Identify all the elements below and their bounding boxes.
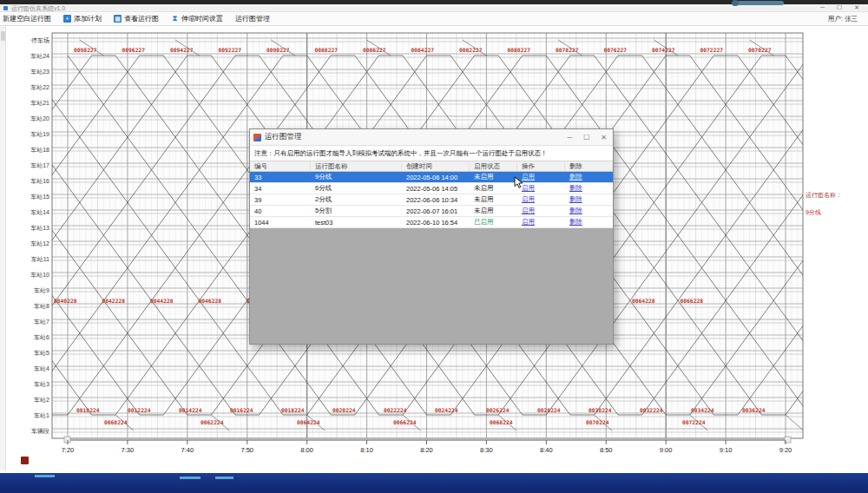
table-row-39[interactable]: 392分线2022-06-06 10:34未启用启用删除 xyxy=(250,194,613,206)
time-tick-label: 9:20 xyxy=(779,446,792,454)
station-label-15: 车站11 xyxy=(31,256,49,263)
train-number-label: 0096227 xyxy=(122,47,146,53)
train-number-label: 0066228 xyxy=(681,298,704,304)
enable-link: 启用 xyxy=(517,195,565,204)
delete-link[interactable]: 删除 xyxy=(569,195,582,203)
train-number-label: 0066224 xyxy=(393,419,417,425)
table-header-cell: 运行图名称 xyxy=(311,162,402,171)
dialog-notice: 注意：只有启用的运行图才能导入到模拟考试端的系统中，并且一次只能有一个运行图处于… xyxy=(250,146,613,161)
toolbar-item-5[interactable]: 运行图管理 xyxy=(235,14,270,23)
table-row-34[interactable]: 346分线2022-05-06 14:05未启用启用删除 xyxy=(250,183,613,194)
cell-status: 未启用 xyxy=(470,184,517,193)
cell-status: 未启用 xyxy=(470,207,517,215)
app-window: 运行图仿真系统v1.0 ─ ☐ ✕ 新建空白运行图+添加计划▦查看运行图⧗伸缩时… xyxy=(0,0,868,493)
toolbar-item-3[interactable]: ▦查看运行图 xyxy=(114,14,159,23)
train-number-label: 0026224 xyxy=(486,407,510,413)
station-label-22: 车站4 xyxy=(34,365,49,372)
station-label-6: 车站20 xyxy=(30,115,49,122)
train-number-label: 0094227 xyxy=(170,47,194,53)
table-row-1044[interactable]: 1044test032022-06-10 16:54已启用启用删除 xyxy=(250,217,613,228)
table-header-cell: 操作 xyxy=(517,162,565,171)
left-scrollbar[interactable] xyxy=(0,26,6,470)
enable-link[interactable]: 启用 xyxy=(522,218,535,226)
cell-created: 2022-05-06 14:05 xyxy=(402,185,470,193)
delete-link[interactable]: 删除 xyxy=(569,173,582,181)
toolbar-item-4[interactable]: ⧗伸缩时间设置 xyxy=(171,14,223,23)
train-number-label: 0034224 xyxy=(691,407,714,413)
train-number-label: 0060224 xyxy=(104,419,128,425)
time-tick-label: 9:00 xyxy=(660,446,673,454)
station-label-11: 车站15 xyxy=(30,194,49,200)
cell-name: 6分线 xyxy=(311,184,402,193)
enable-link[interactable]: 启用 xyxy=(522,207,535,214)
cell-name: 5分割 xyxy=(311,207,402,215)
diagram-table: 编号运行图名称创建时间启用状态操作删除 339分线2022-05-06 14:0… xyxy=(250,161,613,228)
train-number-label: 0084227 xyxy=(411,47,435,53)
station-label-25: 车站1 xyxy=(34,412,49,419)
enable-link[interactable]: 启用 xyxy=(522,195,535,203)
video-scrubber[interactable] xyxy=(733,1,784,5)
train-number-label: 0020224 xyxy=(332,407,356,413)
train-number-label: 0080227 xyxy=(508,47,531,53)
train-number-label: 0068224 xyxy=(490,419,513,425)
station-label-7: 车站19 xyxy=(30,131,49,138)
station-label-1: 停车场 xyxy=(31,37,49,44)
bottom-bar-segment xyxy=(215,477,233,479)
station-label-13: 车站13 xyxy=(30,225,49,232)
train-number-label: 0044228 xyxy=(150,298,174,304)
toolbar-item-1[interactable]: 新建空白运行图 xyxy=(3,14,51,23)
diagram-manager-dialog: 运行图管理 ─ ☐ ✕ 注意：只有启用的运行图才能导入到模拟考试端的系统中，并且… xyxy=(249,128,614,345)
train-number-label: 0064224 xyxy=(297,419,320,425)
cell-name: 2分线 xyxy=(311,195,402,204)
station-label-2: 车站24 xyxy=(30,53,49,60)
hourglass-icon: ⧗ xyxy=(171,15,179,23)
dialog-minimize-icon[interactable]: ─ xyxy=(567,134,572,141)
cell-id: 33 xyxy=(250,174,311,181)
table-row-40[interactable]: 405分割2022-06-07 16:01未启用启用删除 xyxy=(250,206,613,217)
train-number-label: 0092227 xyxy=(219,47,242,53)
station-label-5: 车站21 xyxy=(30,100,49,107)
dialog-close-icon[interactable]: ✕ xyxy=(601,134,607,141)
dialog-maximize-icon[interactable]: ☐ xyxy=(583,134,589,141)
maximize-icon[interactable]: ☐ xyxy=(837,4,842,11)
time-tick-label: 7:40 xyxy=(181,446,194,454)
cell-id: 34 xyxy=(250,185,311,193)
station-label-16: 车站10 xyxy=(30,272,49,279)
train-number-label: 0072224 xyxy=(682,419,706,425)
delete-link[interactable]: 删除 xyxy=(569,207,582,214)
table-row-33[interactable]: 339分线2022-05-06 14:00未启用启用删除 xyxy=(250,172,613,183)
cell-status: 未启用 xyxy=(470,195,517,204)
delete-link: 删除 xyxy=(565,195,613,204)
active-diagram-label: 运行图名称： 9分线 xyxy=(806,191,842,217)
close-icon[interactable]: ✕ xyxy=(854,4,859,11)
station-label-17: 车站9 xyxy=(34,287,49,294)
delete-link[interactable]: 删除 xyxy=(569,218,582,226)
video-bottom-bar xyxy=(0,473,868,493)
video-scrubber-dot[interactable] xyxy=(732,0,739,6)
train-number-label: 0062224 xyxy=(201,419,224,425)
mouse-cursor xyxy=(514,176,525,189)
toolbar: 新建空白运行图+添加计划▦查看运行图⧗伸缩时间设置运行图管理用户: 张三 xyxy=(0,12,868,26)
toolbar-item-label: 新建空白运行图 xyxy=(3,14,51,23)
toolbar-item-2[interactable]: +添加计划 xyxy=(63,14,102,23)
minimize-icon[interactable]: ─ xyxy=(820,4,825,11)
left-scrollbar-thumb[interactable] xyxy=(1,31,5,41)
time-tick-label: 8:40 xyxy=(540,446,553,454)
time-tick-label: 8:30 xyxy=(480,446,493,454)
table-header-cell: 创建时间 xyxy=(402,162,470,171)
table-header-cell: 编号 xyxy=(250,162,311,171)
user-label: 用户: 张三 xyxy=(828,15,858,23)
station-label-9: 车站17 xyxy=(30,162,49,169)
time-tick-label: 8:20 xyxy=(420,446,433,454)
station-label-18: 车站8 xyxy=(34,303,49,310)
cell-created: 2022-06-10 16:54 xyxy=(402,219,470,227)
active-diagram-label-value: 9分线 xyxy=(806,208,842,217)
dialog-titlebar[interactable]: 运行图管理 ─ ☐ ✕ xyxy=(250,129,613,146)
toolbar-item-label: 查看运行图 xyxy=(124,14,159,23)
app-title: 运行图仿真系统v1.0 xyxy=(11,4,65,12)
train-number-label: 0040228 xyxy=(54,298,77,304)
delete-link[interactable]: 删除 xyxy=(569,184,582,192)
bottom-bar-segment xyxy=(180,477,201,479)
hscroll-left-arrow[interactable] xyxy=(64,437,70,443)
train-number-label: 0012224 xyxy=(128,407,151,413)
